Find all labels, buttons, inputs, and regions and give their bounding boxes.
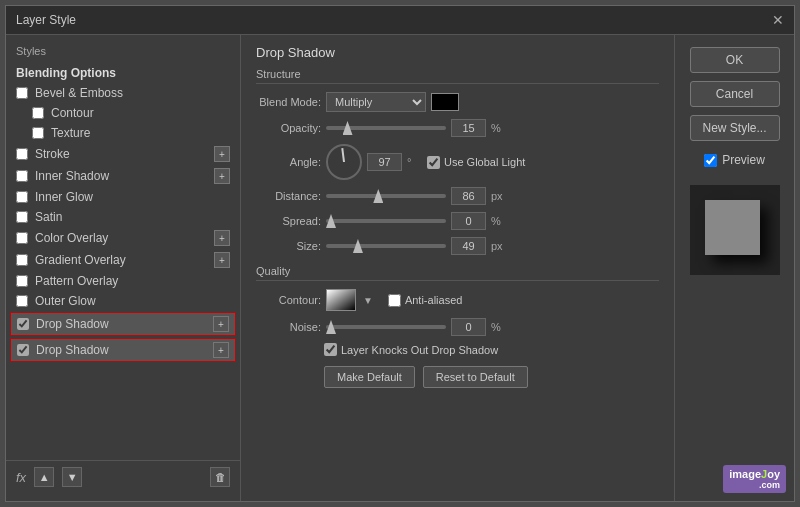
gradient-overlay-add-button[interactable]: + [214,252,230,268]
noise-slider[interactable] [326,325,446,329]
reset-default-button[interactable]: Reset to Default [423,366,528,388]
sidebar-item-inner-shadow[interactable]: Inner Shadow + [6,165,240,187]
left-panel: Styles Blending Options Bevel & Emboss C… [6,35,241,501]
size-slider[interactable] [326,244,446,248]
layer-style-dialog: Layer Style ✕ Styles Blending Options Be… [5,5,795,502]
pattern-overlay-checkbox[interactable] [16,275,28,287]
inner-glow-label: Inner Glow [35,190,93,204]
size-label: Size: [256,240,321,252]
drop-shadow-2-add-button[interactable]: + [213,342,229,358]
stroke-add-button[interactable]: + [214,146,230,162]
drop-shadow-1-add-button[interactable]: + [213,316,229,332]
opacity-slider-container [326,126,446,130]
drop-shadow-1-checkbox[interactable] [17,318,29,330]
noise-label: Noise: [256,321,321,333]
imagejoy-dot: J [761,468,767,480]
layer-knocks-row: Layer Knocks Out Drop Shadow [324,343,659,356]
spread-input[interactable] [451,212,486,230]
sidebar-item-satin[interactable]: Satin [6,207,240,227]
drop-shadow-2-label: Drop Shadow [36,343,109,357]
imagejoy-badge: imageJoy .com [723,465,786,493]
color-overlay-add-button[interactable]: + [214,230,230,246]
gradient-overlay-checkbox[interactable] [16,254,28,266]
spread-unit: % [491,215,506,227]
bevel-emboss-label: Bevel & Emboss [35,86,123,100]
distance-input[interactable] [451,187,486,205]
bevel-emboss-checkbox[interactable] [16,87,28,99]
spread-slider[interactable] [326,219,446,223]
sidebar-item-drop-shadow-2[interactable]: Drop Shadow + [10,338,236,362]
imagejoy-sub: .com [729,480,780,490]
outer-glow-label: Outer Glow [35,294,96,308]
sidebar-item-gradient-overlay[interactable]: Gradient Overlay + [6,249,240,271]
close-button[interactable]: ✕ [772,12,784,28]
sidebar-item-inner-glow[interactable]: Inner Glow [6,187,240,207]
make-default-button[interactable]: Make Default [324,366,415,388]
new-style-button[interactable]: New Style... [690,115,780,141]
opacity-input[interactable] [451,119,486,137]
layer-knocks-label: Layer Knocks Out Drop Shadow [341,344,498,356]
preview-row: Preview [704,153,765,167]
styles-label: Styles [6,43,240,63]
satin-label: Satin [35,210,62,224]
sidebar-item-blending-options[interactable]: Blending Options [6,63,240,83]
contour-row: Contour: ▼ Anti-aliased [256,289,659,311]
distance-row: Distance: px [256,187,659,205]
sidebar-item-contour[interactable]: Contour [6,103,240,123]
sidebar-item-stroke[interactable]: Stroke + [6,143,240,165]
distance-label: Distance: [256,190,321,202]
inner-shadow-checkbox[interactable] [16,170,28,182]
opacity-unit: % [491,122,506,134]
noise-unit: % [491,321,506,333]
satin-checkbox[interactable] [16,211,28,223]
opacity-slider[interactable] [326,126,446,130]
drop-shadow-2-checkbox[interactable] [17,344,29,356]
outer-glow-checkbox[interactable] [16,295,28,307]
sidebar-item-drop-shadow-1[interactable]: Drop Shadow + [10,312,236,336]
sidebar-item-color-overlay[interactable]: Color Overlay + [6,227,240,249]
use-global-light-label: Use Global Light [444,156,525,168]
blend-mode-select[interactable]: Multiply Normal Screen Overlay [326,92,426,112]
ok-button[interactable]: OK [690,47,780,73]
sidebar-item-texture[interactable]: Texture [6,123,240,143]
inner-shadow-label: Inner Shadow [35,169,109,183]
stroke-checkbox[interactable] [16,148,28,160]
distance-slider[interactable] [326,194,446,198]
sidebar-item-pattern-overlay[interactable]: Pattern Overlay [6,271,240,291]
size-input[interactable] [451,237,486,255]
blend-color-swatch[interactable] [431,93,459,111]
quality-section-title: Quality [256,265,659,281]
delete-button[interactable]: 🗑 [210,467,230,487]
layer-knocks-checkbox[interactable] [324,343,337,356]
sidebar-item-outer-glow[interactable]: Outer Glow [6,291,240,311]
move-up-button[interactable]: ▲ [34,467,54,487]
move-down-button[interactable]: ▼ [62,467,82,487]
fx-label: fx [16,470,26,485]
noise-input[interactable] [451,318,486,336]
inner-glow-checkbox[interactable] [16,191,28,203]
gradient-overlay-label: Gradient Overlay [35,253,126,267]
use-global-light-checkbox[interactable] [427,156,440,169]
structure-section-title: Structure [256,68,659,84]
imagejoy-text: imageJoy [729,468,780,480]
opacity-label: Opacity: [256,122,321,134]
sidebar-item-bevel-emboss[interactable]: Bevel & Emboss [6,83,240,103]
cancel-button[interactable]: Cancel [690,81,780,107]
color-overlay-checkbox[interactable] [16,232,28,244]
preview-label: Preview [722,153,765,167]
contour-preview[interactable] [326,289,356,311]
angle-input[interactable] [367,153,402,171]
contour-checkbox[interactable] [32,107,44,119]
inner-shadow-add-button[interactable]: + [214,168,230,184]
angle-dial[interactable] [326,144,362,180]
contour-dropdown-arrow[interactable]: ▼ [363,295,373,306]
title-bar: Layer Style ✕ [6,6,794,35]
distance-unit: px [491,190,506,202]
size-slider-container [326,244,446,248]
preview-canvas [690,185,780,275]
angle-row: Angle: ° Use Global Light [256,144,659,180]
preview-checkbox[interactable] [704,154,717,167]
texture-checkbox[interactable] [32,127,44,139]
color-overlay-label: Color Overlay [35,231,108,245]
anti-aliased-checkbox[interactable] [388,294,401,307]
